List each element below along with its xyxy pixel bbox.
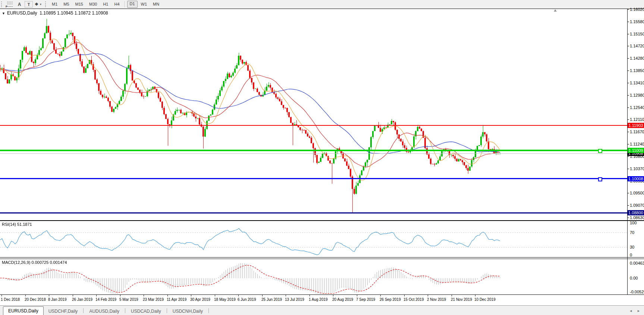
timeframe-w1[interactable]: W1 — [138, 1, 150, 7]
timeframe-m30[interactable]: M30 — [87, 1, 100, 7]
scroll-tabs-right-icon[interactable]: ► — [637, 309, 640, 313]
price-axis-tick — [627, 83, 629, 83]
toolbar-grip[interactable] — [1, 1, 3, 7]
price-axis-tick — [627, 132, 629, 132]
date-tick-label: 21 Nov 2019 — [451, 297, 472, 302]
date-axis-tick — [215, 295, 215, 296]
date-tick-label: 18 May 2019 — [214, 297, 236, 302]
line-handle[interactable] — [598, 149, 602, 153]
price-tick-label: 1.09070 — [630, 203, 644, 208]
chart-shift-marker-icon — [554, 9, 557, 12]
macd-canvas[interactable] — [0, 259, 627, 294]
date-axis-tick — [428, 295, 428, 296]
rsi-canvas[interactable] — [0, 221, 627, 256]
date-tick-label: 8 Jan 2019 — [48, 297, 67, 302]
price-badge: 1.08800 — [628, 210, 644, 215]
price-axis-tick — [627, 58, 629, 59]
resistance-line[interactable] — [0, 125, 627, 126]
timeframe-h1[interactable]: H1 — [100, 1, 111, 7]
date-tick-label: 13 Jul 2019 — [285, 297, 304, 302]
toolbar-grip[interactable] — [45, 1, 47, 7]
macd-tick-label: 0.00463 — [630, 261, 644, 265]
price-tick-label: 1.09500 — [630, 191, 644, 195]
support-line[interactable] — [0, 178, 627, 179]
date-axis-tick — [333, 295, 333, 296]
rsi-tick-label: 70 — [630, 230, 634, 235]
text-label-icon[interactable]: T — [25, 1, 33, 7]
chart-toolbar: FAT❖▾ M1M5M15M30H1H4D1W1MN — [0, 0, 644, 9]
text-annotation-icon[interactable]: A — [15, 1, 24, 8]
price-axis-tick — [627, 46, 629, 46]
date-axis-tick — [286, 295, 286, 296]
ohlc-values: 1.10895 1.10945 1.10872 1.10908 — [40, 10, 108, 16]
macd-pane[interactable]: MACD(12,26,9) 0.000725 0.001474 — [0, 259, 644, 295]
line-handle[interactable] — [598, 177, 602, 181]
price-tick-label: 1.12110 — [630, 117, 644, 122]
symbol-name: EURUSD,Daily — [7, 10, 37, 16]
price-tick-label: 1.14280 — [630, 56, 644, 60]
price-tick-label: 1.14720 — [630, 44, 644, 48]
price-tick-label: 1.16020 — [630, 7, 644, 12]
price-pane[interactable]: ▼EURUSD,Daily 1.10895 1.10945 1.10872 1.… — [0, 9, 644, 221]
date-axis-tick — [120, 295, 120, 296]
date-tick-label: 25 Jun 2019 — [261, 297, 282, 302]
price-axis-tick — [627, 205, 629, 206]
timeframe-m5[interactable]: M5 — [61, 1, 72, 7]
current-price-line[interactable] — [0, 153, 627, 154]
rsi-tick-label: 30 — [630, 245, 634, 249]
price-axis-tick — [627, 107, 629, 108]
price-axis-tick — [627, 156, 629, 157]
macd-tick-label: -0.005299 — [630, 290, 644, 294]
date-axis[interactable]: 1 Dec 201820 Dec 20188 Jan 201926 Jan 20… — [0, 295, 644, 305]
timeframe-mn[interactable]: MN — [150, 1, 162, 7]
timeframe-m1[interactable]: M1 — [49, 1, 60, 7]
price-axis-tick — [627, 193, 629, 193]
price-badge: 1.11903 — [628, 123, 644, 128]
price-badge: 1.10008 — [628, 176, 644, 181]
date-axis-tick — [96, 295, 97, 296]
tab-separator — [83, 308, 84, 313]
date-tick-label: 6 Jun 2019 — [238, 297, 256, 302]
support-resistance-line[interactable] — [0, 150, 627, 151]
timeframe-d1[interactable]: D1 — [127, 1, 138, 8]
support-line[interactable] — [0, 212, 627, 213]
price-chart-canvas[interactable] — [0, 9, 627, 219]
date-tick-label: 23 Mar 2019 — [143, 297, 164, 302]
date-tick-label: 20 Dec 2018 — [25, 297, 46, 302]
price-tick-label: 1.12980 — [630, 93, 644, 97]
date-tick-label: 26 Sep 2019 — [380, 297, 401, 302]
tab-separator — [125, 308, 125, 313]
date-axis-tick — [357, 295, 357, 296]
date-axis-tick — [73, 295, 73, 296]
timeframe-h4[interactable]: H4 — [111, 1, 122, 7]
symbol-dropdown-icon[interactable]: ▼ — [2, 12, 5, 15]
macd-tick-label: 0.00 — [630, 276, 638, 280]
price-axis-tick — [627, 71, 629, 71]
rsi-tick-label: 100 — [630, 221, 637, 225]
tab-usdchf[interactable]: USDCHF,Daily — [44, 308, 83, 315]
price-axis-tick — [627, 9, 629, 10]
scroll-tabs-left-icon[interactable]: ◄ — [629, 309, 632, 313]
date-tick-label: 11 Apr 2019 — [167, 297, 186, 302]
timeframe-m15[interactable]: M15 — [73, 1, 86, 7]
toolbar-tools: FAT❖▾ — [5, 1, 43, 8]
toolbar-separator — [125, 1, 125, 7]
price-tick-label: 1.13410 — [630, 81, 644, 85]
date-axis-tick — [475, 295, 475, 296]
date-axis-tick — [49, 295, 49, 296]
dropdown-caret-icon[interactable]: ▾ — [40, 3, 41, 6]
tab-usdcnh[interactable]: USDCNH,Daily — [168, 308, 208, 315]
date-tick-label: 1 Aug 2019 — [309, 297, 328, 302]
tabs-container: EURUSD,DailyUSDCHF,DailyAUDUSD,DailyUSDC… — [3, 306, 210, 315]
tab-audusd[interactable]: AUDUSD,Daily — [84, 308, 124, 315]
arrows-icon[interactable]: ❖▾ — [34, 1, 43, 8]
fibonacci-icon[interactable]: F — [5, 1, 14, 8]
rsi-pane[interactable]: RSI(14) 51.1871 — [0, 221, 644, 258]
date-axis-tick — [167, 295, 168, 296]
chart-tab-bar: EURUSD,DailyUSDCHF,DailyAUDUSD,DailyUSDC… — [0, 305, 644, 315]
tab-eurusd[interactable]: EURUSD,Daily — [3, 306, 44, 315]
date-tick-label: 15 Oct 2019 — [403, 297, 424, 302]
date-axis-tick — [380, 295, 381, 296]
tab-usdcad[interactable]: USDCAD,Daily — [126, 308, 166, 315]
date-axis-tick — [452, 295, 452, 296]
